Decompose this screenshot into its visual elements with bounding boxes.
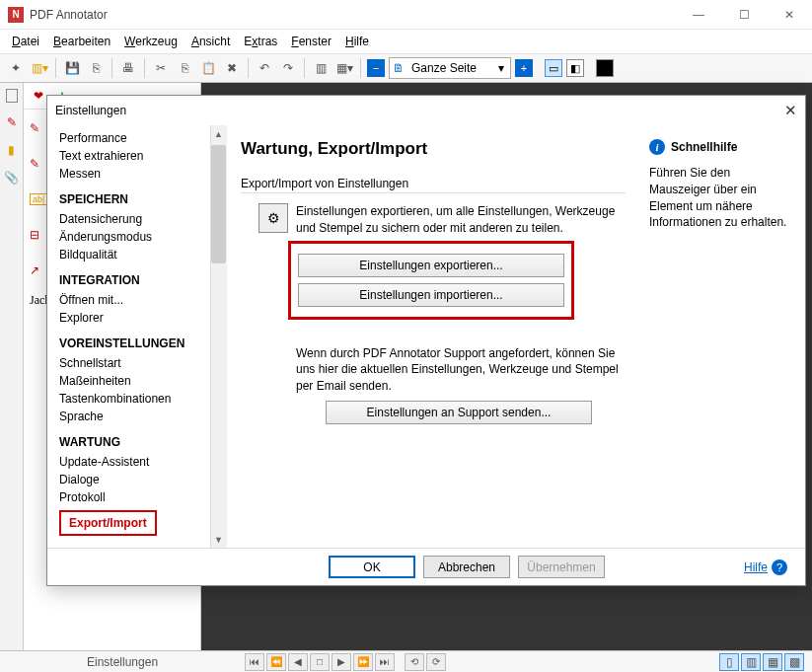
- send-support-button[interactable]: Einstellungen an Support senden...: [326, 401, 592, 424]
- menu-edit[interactable]: Bearbeiten: [53, 35, 111, 48]
- folder-icon[interactable]: ▮: [4, 142, 20, 158]
- dialog-nav: Performance Text extrahieren Messen SPEI…: [47, 125, 227, 548]
- stamp-icon[interactable]: ⊟: [30, 228, 39, 242]
- cut-icon[interactable]: ✂: [151, 58, 171, 78]
- marker-red-icon[interactable]: ✎: [30, 157, 39, 171]
- layout-3-icon[interactable]: ▦: [763, 653, 782, 671]
- nav-item-backup[interactable]: Datensicherung: [59, 210, 227, 228]
- nav-item-quickstart[interactable]: Schnellstart: [59, 354, 227, 372]
- nav-item-shortcuts[interactable]: Tastenkombinationen: [59, 390, 227, 408]
- page-icon: 🗎: [390, 61, 407, 75]
- pen-red-icon[interactable]: ✎: [30, 121, 39, 135]
- scroll-down-icon[interactable]: ▼: [210, 531, 227, 548]
- nav-item-units[interactable]: Maßeinheiten: [59, 372, 227, 390]
- apply-button[interactable]: Übernehmen: [518, 556, 605, 578]
- zoom-in-icon[interactable]: +: [515, 59, 533, 77]
- minimize-button[interactable]: ―: [676, 0, 721, 30]
- quickhelp-title: Schnellhilfe: [671, 140, 737, 154]
- scroll-thumb[interactable]: [211, 145, 226, 263]
- ok-button[interactable]: OK: [329, 556, 415, 578]
- menu-window[interactable]: Fenster: [291, 35, 332, 48]
- nav-scrollbar[interactable]: ▲ ▼: [210, 125, 227, 548]
- nav-head-prefs: VOREINSTELLUNGEN: [59, 336, 227, 350]
- support-description: Wenn durch PDF Annotator Support angefor…: [296, 345, 626, 395]
- nav-item-dialogs[interactable]: Dialoge: [59, 471, 227, 488]
- print-icon[interactable]: 🖶: [118, 58, 138, 78]
- copy-icon[interactable]: ⎘: [175, 58, 194, 78]
- nav-item-performance[interactable]: Performance: [59, 129, 227, 147]
- paste-icon[interactable]: 📋: [198, 58, 218, 78]
- zoom-select[interactable]: 🗎 Ganze Seite ▾: [389, 57, 511, 79]
- window-title: PDF Annotator: [30, 8, 108, 22]
- menu-extras[interactable]: Extras: [244, 35, 277, 48]
- export-description: Einstellungen exportieren, um alle Einst…: [296, 203, 626, 237]
- open-icon[interactable]: ▥▾: [30, 58, 49, 78]
- nav-item-updater[interactable]: Update-Assistent: [59, 453, 227, 471]
- vertical-toolstrip: ✎ ▮ 📎: [0, 83, 24, 650]
- menu-bar: DDateiatei Bearbeiten Werkzeug Ansicht E…: [0, 30, 812, 53]
- export-settings-button[interactable]: Einstellungen exportieren...: [298, 254, 564, 277]
- fav-tab-icon[interactable]: ❤: [30, 87, 47, 105]
- nav-first-icon[interactable]: ⏮: [245, 653, 264, 671]
- tool-b-icon[interactable]: ▦▾: [334, 58, 354, 78]
- menu-help[interactable]: Hilfe: [345, 35, 369, 48]
- clip-icon[interactable]: 📎: [4, 170, 20, 186]
- layout-4-icon[interactable]: ▩: [784, 653, 804, 671]
- new-icon[interactable]: ✦: [6, 58, 26, 78]
- cancel-button[interactable]: Abbrechen: [423, 556, 510, 578]
- save-all-icon[interactable]: ⎘: [86, 58, 106, 78]
- tool-a-icon[interactable]: ▥: [311, 58, 331, 78]
- close-button[interactable]: ✕: [767, 0, 812, 30]
- maximize-button[interactable]: ☐: [721, 0, 767, 30]
- nav-back-icon[interactable]: ⟲: [405, 653, 424, 671]
- nav-item-openwith[interactable]: Öffnen mit...: [59, 291, 227, 309]
- layout-1-icon[interactable]: ▯: [719, 653, 739, 671]
- view-mode-a-icon[interactable]: ▭: [545, 59, 562, 77]
- zoom-out-icon[interactable]: −: [367, 59, 385, 77]
- nav-page-icon[interactable]: □: [310, 653, 330, 671]
- nav-item-protocol[interactable]: Protokoll: [59, 488, 227, 506]
- arrow-tool-icon[interactable]: ↗: [30, 263, 39, 277]
- highlighted-button-group: Einstellungen exportieren... Einstellung…: [288, 241, 574, 320]
- undo-icon[interactable]: ↶: [255, 58, 274, 78]
- nav-head-integration: INTEGRATION: [59, 273, 227, 287]
- view-mode-b-icon[interactable]: ◧: [566, 59, 584, 77]
- layout-2-icon[interactable]: ▥: [741, 653, 761, 671]
- delete-icon[interactable]: ✖: [222, 58, 242, 78]
- nav-item-changemode[interactable]: Änderungsmodus: [59, 228, 227, 246]
- nav-prev-icon[interactable]: ◀: [288, 653, 308, 671]
- section-label-export: Export/Import von Einstellungen: [241, 177, 626, 190]
- help-link[interactable]: Hilfe ?: [744, 560, 787, 575]
- nav-item-language[interactable]: Sprache: [59, 408, 227, 425]
- import-settings-button[interactable]: Einstellungen importieren...: [298, 283, 564, 307]
- nav-item-explorer[interactable]: Explorer: [59, 309, 227, 327]
- nav-nextset-icon[interactable]: ⏩: [353, 653, 373, 671]
- zoom-label: Ganze Seite: [407, 61, 492, 75]
- settings-dialog: Einstellungen ✕ Performance Text extrahi…: [46, 95, 806, 586]
- nav-prevset-icon[interactable]: ⏪: [266, 653, 286, 671]
- pen-icon[interactable]: ✎: [4, 114, 20, 130]
- nav-fwd-icon[interactable]: ⟳: [426, 653, 446, 671]
- nav-last-icon[interactable]: ⏭: [375, 653, 395, 671]
- page-thumb-icon[interactable]: [6, 89, 18, 103]
- chevron-down-icon[interactable]: ▾: [492, 61, 510, 75]
- info-icon: i: [649, 139, 665, 155]
- nav-item-measure[interactable]: Messen: [59, 165, 227, 183]
- dialog-titlebar: Einstellungen ✕: [47, 96, 805, 125]
- view-mode-c-icon[interactable]: [596, 59, 614, 77]
- text-tool-icon[interactable]: ab|: [30, 193, 47, 205]
- menu-tool[interactable]: Werkzeug: [124, 35, 178, 48]
- menu-view[interactable]: Ansicht: [191, 35, 230, 48]
- scroll-up-icon[interactable]: ▲: [210, 125, 227, 142]
- dialog-title: Einstellungen: [55, 104, 126, 117]
- nav-item-export-import[interactable]: Export/Import: [59, 510, 157, 536]
- dialog-close-icon[interactable]: ✕: [784, 102, 797, 119]
- gear-export-icon: ⚙: [258, 203, 288, 233]
- app-logo-icon: N: [8, 7, 24, 23]
- nav-next-icon[interactable]: ▶: [332, 653, 351, 671]
- save-icon[interactable]: 💾: [62, 58, 82, 78]
- nav-item-extract-text[interactable]: Text extrahieren: [59, 147, 227, 165]
- menu-file[interactable]: DDateiatei: [12, 35, 39, 48]
- nav-item-imagequality[interactable]: Bildqualität: [59, 246, 227, 263]
- redo-icon[interactable]: ↷: [278, 58, 298, 78]
